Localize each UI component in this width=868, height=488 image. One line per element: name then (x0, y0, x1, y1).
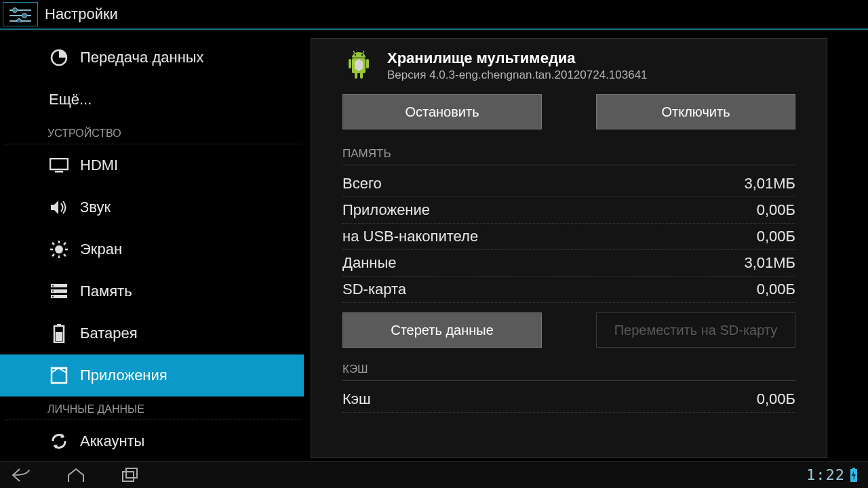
storage-icon (49, 281, 69, 302)
svg-rect-37 (123, 472, 134, 481)
svg-rect-8 (55, 171, 63, 173)
display-icon (49, 155, 69, 176)
svg-rect-36 (360, 72, 363, 79)
sound-icon (49, 197, 69, 218)
apps-icon (49, 365, 69, 386)
svg-point-28 (355, 54, 356, 56)
sidebar-item-label: Память (80, 283, 132, 300)
sidebar-section-personal: ЛИЧНЫЕ ДАННЫЕ (5, 396, 301, 420)
svg-line-31 (363, 51, 364, 53)
sidebar-item-data-usage[interactable]: Передача данных (0, 37, 304, 79)
svg-point-21 (52, 290, 54, 291)
storage-row-data: Данные 3,01МБ (342, 250, 795, 277)
data-usage-icon (49, 47, 69, 68)
sidebar-item-more[interactable]: Ещё... (0, 79, 304, 121)
sidebar-item-accounts[interactable]: Аккаунты (0, 420, 304, 461)
section-cache-header: КЭШ (342, 360, 795, 381)
section-storage-header: ПАМЯТЬ (342, 144, 795, 165)
storage-row-total: Всего 3,01МБ (342, 171, 795, 197)
recent-apps-button[interactable] (118, 466, 142, 485)
svg-point-19 (52, 285, 54, 286)
sidebar-item-apps[interactable]: Приложения (0, 354, 304, 396)
sidebar-item-label: Звук (80, 199, 111, 216)
svg-line-17 (52, 254, 54, 256)
svg-line-14 (52, 243, 54, 245)
svg-point-1 (13, 8, 18, 13)
svg-point-5 (17, 19, 22, 23)
svg-point-23 (52, 296, 54, 297)
page-title: Настройки (45, 5, 118, 23)
storage-row-sd: SD-карта 0,00Б (342, 277, 795, 303)
home-button[interactable] (64, 466, 88, 485)
status-clock: 1:22 (806, 466, 845, 483)
android-app-icon (342, 49, 375, 82)
sidebar-item-label: Ещё... (49, 91, 92, 108)
cache-row: Кэш 0,00Б (342, 386, 795, 413)
svg-point-3 (22, 14, 27, 18)
sidebar-item-label: HDMI (80, 157, 118, 174)
sidebar-item-storage[interactable]: Память (0, 270, 304, 312)
battery-status-icon (849, 468, 859, 483)
svg-line-16 (64, 243, 66, 245)
sidebar-item-label: Экран (80, 241, 122, 258)
storage-row-app: Приложение 0,00Б (342, 197, 795, 224)
sidebar-item-label: Батарея (80, 325, 138, 342)
svg-rect-35 (355, 72, 357, 79)
svg-rect-34 (366, 59, 369, 68)
svg-rect-39 (852, 468, 855, 469)
svg-line-30 (353, 51, 355, 53)
disable-button[interactable]: Отключить (596, 94, 795, 129)
svg-rect-7 (50, 159, 68, 169)
force-stop-button[interactable]: Остановить (342, 94, 542, 129)
svg-rect-33 (349, 59, 351, 68)
app-version: Версия 4.0.3-eng.chengnan.tan.20120724.1… (387, 68, 648, 82)
svg-line-15 (64, 254, 66, 256)
app-title: Хранилище мультимедиа (387, 49, 648, 67)
move-to-sd-button: Переместить на SD-карту (596, 312, 795, 348)
svg-rect-27 (52, 368, 66, 383)
sidebar-item-display[interactable]: Экран (0, 228, 304, 270)
sidebar-item-battery[interactable]: Батарея (0, 312, 304, 354)
battery-icon (49, 323, 69, 344)
sidebar-item-hdmi[interactable]: HDMI (0, 144, 304, 186)
app-info-panel: Хранилище мультимедиа Версия 4.0.3-eng.c… (311, 38, 827, 458)
sidebar-item-label: Приложения (80, 367, 167, 384)
sidebar: Передача данных Ещё... УСТРОЙСТВО HDMI З… (0, 30, 304, 461)
brightness-icon (49, 239, 69, 260)
storage-row-usb: на USB-накопителе 0,00Б (342, 224, 795, 250)
sync-icon (49, 431, 69, 451)
svg-rect-38 (126, 468, 137, 478)
back-button[interactable] (9, 466, 34, 485)
svg-point-9 (55, 245, 63, 253)
sidebar-section-device: УСТРОЙСТВО (5, 121, 301, 144)
sidebar-item-label: Передача данных (80, 49, 204, 66)
sidebar-item-label: Аккаунты (80, 432, 144, 450)
svg-point-29 (361, 54, 363, 56)
svg-rect-26 (56, 332, 62, 341)
app-header: Настройки (0, 0, 868, 30)
clear-data-button[interactable]: Стереть данные (342, 312, 542, 348)
system-navbar: 1:22 (0, 461, 868, 488)
settings-icon (3, 2, 38, 26)
sidebar-item-sound[interactable]: Звук (0, 186, 304, 228)
